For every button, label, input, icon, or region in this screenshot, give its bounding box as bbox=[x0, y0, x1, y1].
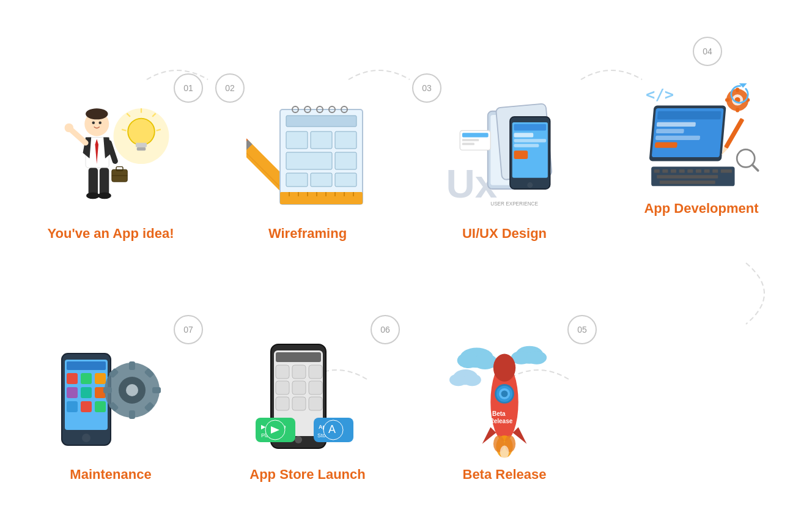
svg-rect-85 bbox=[725, 98, 729, 102]
svg-point-11 bbox=[92, 121, 95, 124]
svg-rect-122 bbox=[129, 410, 135, 419]
step-01-label: You've an App idea! bbox=[48, 226, 174, 242]
step-02-image bbox=[246, 97, 369, 220]
svg-rect-99 bbox=[696, 169, 701, 172]
svg-rect-83 bbox=[736, 87, 739, 92]
svg-line-19 bbox=[109, 142, 115, 161]
step-07-label: Maintenance bbox=[70, 467, 151, 483]
svg-rect-75 bbox=[657, 111, 722, 120]
svg-text:USER EXPERIENCE: USER EXPERIENCE bbox=[490, 201, 538, 207]
svg-text:</>: </> bbox=[646, 85, 674, 103]
step-06-cell: 06 bbox=[209, 254, 406, 495]
svg-rect-87 bbox=[724, 118, 745, 149]
svg-point-22 bbox=[86, 192, 100, 199]
svg-rect-42 bbox=[286, 116, 356, 127]
step-06-label: App Store Launch bbox=[249, 467, 365, 483]
svg-rect-134 bbox=[309, 365, 322, 379]
svg-rect-110 bbox=[95, 373, 106, 384]
step-04-label: App Development bbox=[644, 201, 758, 216]
svg-rect-111 bbox=[67, 387, 78, 398]
svg-point-171 bbox=[500, 445, 509, 459]
step-07-image bbox=[50, 338, 172, 461]
step-01-cell: 01 bbox=[12, 12, 209, 254]
svg-rect-44 bbox=[311, 131, 332, 149]
svg-text:Release: Release bbox=[489, 418, 512, 424]
svg-rect-123 bbox=[103, 387, 112, 393]
svg-rect-104 bbox=[660, 180, 715, 183]
svg-rect-3 bbox=[137, 147, 146, 150]
svg-rect-84 bbox=[736, 108, 739, 112]
step-02-cell: 02 bbox=[209, 12, 406, 254]
svg-rect-136 bbox=[292, 381, 306, 394]
step-04-image: </> bbox=[640, 72, 762, 194]
svg-point-120 bbox=[126, 384, 138, 396]
svg-rect-64 bbox=[514, 139, 546, 142]
svg-rect-94 bbox=[654, 169, 660, 172]
step-07-number: 07 bbox=[174, 315, 203, 344]
step-03-image: Ux bbox=[443, 97, 566, 220]
svg-line-90 bbox=[753, 165, 758, 171]
svg-rect-68 bbox=[462, 133, 489, 137]
svg-point-72 bbox=[527, 182, 533, 188]
svg-rect-79 bbox=[655, 142, 677, 148]
svg-rect-102 bbox=[721, 169, 732, 172]
svg-point-165 bbox=[501, 390, 508, 397]
svg-rect-78 bbox=[655, 136, 700, 140]
step-03-cell: 03 Ux bbox=[406, 12, 603, 254]
step-04-cell: 04 bbox=[603, 12, 800, 254]
svg-point-23 bbox=[98, 192, 111, 199]
svg-rect-100 bbox=[704, 169, 710, 172]
step-07-cell: 07 bbox=[12, 254, 209, 495]
svg-rect-114 bbox=[67, 401, 78, 412]
svg-rect-139 bbox=[292, 397, 306, 410]
svg-point-160 bbox=[463, 374, 481, 386]
svg-rect-2 bbox=[136, 142, 147, 147]
step-03-label: UI/UX Design bbox=[462, 226, 547, 242]
svg-rect-65 bbox=[514, 144, 539, 147]
svg-rect-116 bbox=[95, 401, 106, 412]
svg-rect-131 bbox=[276, 352, 321, 362]
step-01-image bbox=[50, 97, 172, 220]
svg-rect-98 bbox=[687, 169, 693, 172]
svg-rect-63 bbox=[514, 133, 533, 137]
svg-rect-62 bbox=[514, 124, 546, 130]
step-04-number: 04 bbox=[693, 37, 722, 66]
svg-rect-112 bbox=[81, 387, 92, 398]
svg-rect-121 bbox=[129, 361, 135, 370]
svg-rect-108 bbox=[67, 373, 78, 384]
svg-rect-124 bbox=[152, 387, 161, 393]
svg-point-157 bbox=[526, 351, 547, 365]
svg-rect-115 bbox=[81, 401, 92, 412]
svg-rect-48 bbox=[286, 173, 308, 187]
step-01-number: 01 bbox=[174, 73, 203, 103]
svg-rect-101 bbox=[712, 169, 718, 172]
svg-rect-46 bbox=[286, 152, 332, 169]
svg-rect-45 bbox=[335, 131, 356, 149]
svg-rect-138 bbox=[276, 397, 289, 410]
svg-point-18 bbox=[65, 123, 74, 132]
svg-rect-49 bbox=[311, 173, 332, 187]
svg-rect-103 bbox=[657, 175, 718, 178]
svg-rect-135 bbox=[276, 381, 289, 394]
svg-point-162 bbox=[493, 353, 515, 381]
svg-point-141 bbox=[295, 436, 302, 443]
svg-rect-77 bbox=[656, 129, 684, 133]
svg-text:Beta: Beta bbox=[492, 410, 506, 417]
svg-point-1 bbox=[128, 118, 155, 145]
svg-rect-107 bbox=[67, 361, 106, 370]
svg-rect-43 bbox=[286, 131, 308, 149]
svg-rect-70 bbox=[462, 142, 474, 145]
svg-rect-95 bbox=[662, 169, 668, 172]
svg-point-117 bbox=[82, 434, 90, 442]
step-05-cell: 05 bbox=[406, 254, 603, 495]
svg-rect-66 bbox=[514, 150, 528, 159]
svg-rect-137 bbox=[309, 381, 322, 394]
step-03-number: 03 bbox=[412, 73, 441, 103]
step-02-number: 02 bbox=[215, 73, 245, 103]
step-05-image: Beta Release bbox=[443, 338, 566, 461]
svg-rect-96 bbox=[671, 169, 676, 172]
svg-rect-76 bbox=[657, 122, 696, 127]
svg-rect-20 bbox=[89, 168, 98, 195]
svg-text:A: A bbox=[328, 423, 336, 435]
step-02-label: Wireframing bbox=[268, 226, 347, 242]
